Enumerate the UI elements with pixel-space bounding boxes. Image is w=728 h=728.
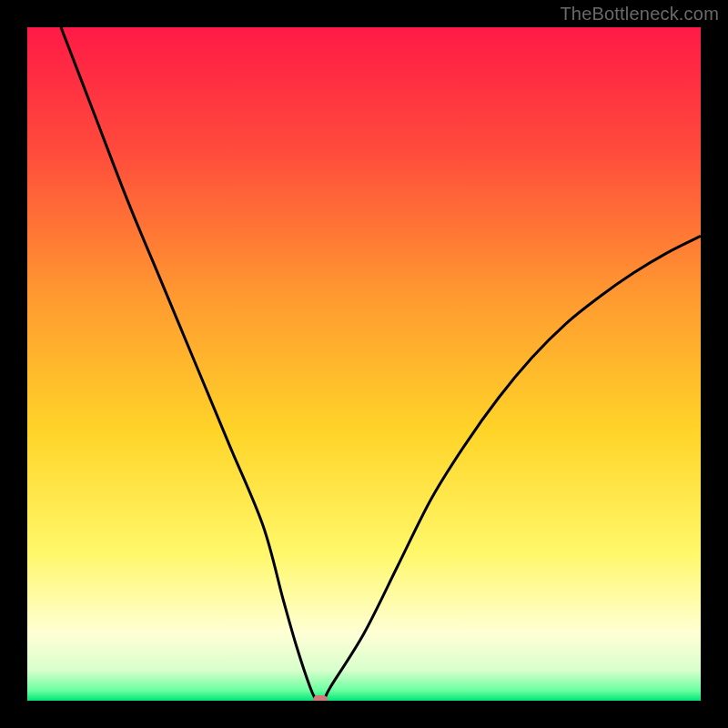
- gradient-rect: [27, 27, 701, 701]
- bottleneck-chart-svg: [27, 27, 701, 701]
- minimum-marker: [313, 695, 328, 701]
- chart-frame: TheBottleneck.com: [0, 0, 728, 728]
- plot-area: [27, 27, 701, 701]
- attribution-label: TheBottleneck.com: [560, 4, 719, 25]
